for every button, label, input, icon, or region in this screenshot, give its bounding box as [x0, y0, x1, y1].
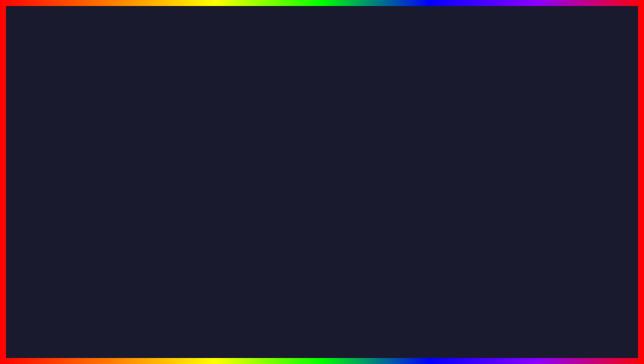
item-auto-farm-boss[interactable]: Auto Farm Boss: [60, 172, 118, 176]
title-r: R: [341, 7, 379, 60]
right-ui-close[interactable]: ✕: [587, 92, 590, 95]
divider6: [118, 199, 177, 199]
char-coat: [307, 164, 337, 194]
item-auto-law-raid[interactable]: Auto Law Raid: [461, 117, 526, 121]
left-ui-title: CFrame Hub — [rd... arp: [61, 92, 99, 95]
bottom-title: AUTO FARM SCRIPT PASTEBIN: [0, 319, 644, 357]
nav-main[interactable]: Main: [59, 96, 71, 101]
svg-point-4: [594, 317, 596, 319]
trial-item-rabbit[interactable]: Auto Complete Rabbit Trial: [495, 180, 587, 188]
trial-item-angel[interactable]: Auto Complete Angel Trial: [495, 171, 587, 180]
item-auto-farm-material[interactable]: Auto Farm Material: [60, 151, 118, 155]
nav-island[interactable]: Island: [84, 96, 98, 101]
item-bring-mob[interactable]: Bring Mob: [118, 152, 177, 156]
divider1: [60, 139, 118, 140]
right-col2: Dungeon Property Select Raid Chip Select…: [526, 103, 590, 147]
chest-body: [335, 218, 362, 238]
item-no-clip[interactable]: No Clip: [118, 143, 177, 147]
item-refresh-boss[interactable]: Refresh Boss: [60, 168, 118, 172]
item-ll-aura[interactable]: ll Aura: [526, 128, 590, 132]
bottom-pastebin-text: PASTEBIN: [412, 325, 529, 352]
item-auto-farm-ken-hop[interactable]: Auto Farm Ken Hop: [60, 121, 118, 126]
logo-text-row: X FRUITS: [567, 330, 617, 344]
item-auto-electric-claw[interactable]: Auto Electric Claw: [60, 214, 118, 218]
item-auto-farm-ken[interactable]: Auto Farm Ken: [60, 117, 118, 121]
trial-item-human[interactable]: Auto Complete Human Trial: [495, 197, 587, 206]
divider5: [118, 174, 177, 174]
moon-check-line2: < Mirage not found. >: [432, 164, 489, 168]
chest-lock: [345, 224, 352, 231]
item-auto-farm-all-boss[interactable]: Auto Farm All Boss: [60, 176, 118, 181]
item-auto-rejoin[interactable]: Auto Rejoin: [118, 169, 177, 173]
right-col1: Auto Dungeon Auto Raid Auto Fully Raid A…: [461, 103, 526, 147]
item-auto-buso[interactable]: Auto Buso: [118, 126, 177, 130]
item-auto-fully-raid[interactable]: Auto Fully Raid: [461, 113, 526, 117]
kill-at-label: Kill At: 25: [60, 134, 118, 139]
select-boss-label: Select Boss: [60, 157, 118, 161]
char-torso: [305, 162, 339, 195]
title-f: F: [308, 7, 341, 60]
moon-check-line3: Twee...: [432, 168, 489, 173]
auto-melee-section-header: Auto Melee: [60, 182, 118, 187]
trial-item-cyborg[interactable]: Auto Complete Cyborg Trial: [495, 188, 587, 197]
right-ui-body: Auto Dungeon Auto Raid Auto Fully Raid A…: [459, 101, 592, 149]
trial-item-ghoul[interactable]: Auto Complete Ghoul Trial: [495, 206, 587, 214]
item-auto-ken[interactable]: Auto Ken: [118, 134, 177, 139]
position-label: Position: [118, 216, 177, 221]
moon-check-popup: < Moon Check : 2/4 | 50% > < Mirage not …: [427, 156, 494, 176]
item-auto-superhuman[interactable]: Auto Superhuman: [60, 188, 118, 192]
title-b: B: [143, 7, 182, 60]
skull-icon: [582, 310, 602, 330]
select-raid-chip-dropdown[interactable]: Select Raid Chip: [526, 113, 590, 118]
bottom-auto-farm-text: AUTO FARM: [115, 319, 313, 357]
select-raid-chip-label: Select Raid Chip: [526, 108, 590, 113]
fast-attack-delay-input[interactable]: [120, 210, 166, 216]
position-y-label: Position Y: 30: [118, 227, 177, 232]
item-auto-skill-v[interactable]: Auto Skill V: [118, 194, 177, 198]
work-on-sea2-value: ✗: [487, 122, 490, 126]
item-auto-buy-chip[interactable]: Auto Buy Chip: [526, 119, 590, 123]
item-auto-set-home[interactable]: Auto Set Home: [118, 139, 177, 143]
raid-property-label: Raid Property: [526, 138, 590, 142]
item-auto-skill-x[interactable]: Auto Skill X: [118, 185, 177, 189]
position-input[interactable]: [120, 221, 166, 227]
auto-trial-lower-label: AUTO-TRIAL: [357, 194, 480, 219]
left-col1: Auto Farm Auto Farm Auto Farm Closest Au…: [60, 103, 118, 232]
item-auto-death-step-hop[interactable]: Auto Death Step Hop: [60, 201, 118, 205]
select-boss-dropdown[interactable]: Select Boss: [60, 162, 118, 167]
select-material-dropdown[interactable]: Select Material: [60, 145, 118, 150]
race-v4-label: RACE V4: [97, 85, 201, 113]
title-u: U: [379, 7, 418, 60]
work-on-sea2-label: Work on sea 2 :: [463, 122, 486, 126]
select-material-label: Select Material: [60, 140, 118, 145]
item-auto-fruit-mastery[interactable]: Auto Fruit Mastery: [60, 130, 118, 134]
logo-x: X: [567, 330, 576, 344]
item-super-fast-attack[interactable]: Super Fast Attack: [118, 147, 177, 152]
item-close-damage-popup[interactable]: Close damage pop up: [118, 165, 177, 169]
item-disable-notifications[interactable]: Disable Notifications: [118, 160, 177, 165]
item-auto-skill-z[interactable]: Auto Skill Z: [118, 181, 177, 185]
item-awaken[interactable]: Awaken: [526, 132, 590, 136]
item-auto-raid[interactable]: Auto Raid: [461, 108, 526, 113]
item-auto-death-step[interactable]: Auto Death Step: [60, 197, 118, 201]
right-divider1: [526, 137, 590, 137]
item-auto-use-awakening[interactable]: Auto Use Awakening: [118, 130, 177, 134]
property-section-header: Property: [118, 120, 177, 125]
divider3: [60, 181, 118, 182]
item-auto-farm-closest[interactable]: Auto Farm Closest: [60, 113, 118, 117]
item-white-screen[interactable]: White Screen: [118, 156, 177, 160]
item-auto-skill-c[interactable]: Auto Skill C: [118, 189, 177, 194]
fast-attack-delay-label: Fast Attack Delay:: [118, 205, 177, 210]
svg-point-3: [589, 317, 591, 319]
sea2-row: sea 2 : ✗: [526, 142, 590, 147]
item-auto-next-island[interactable]: Auto Next Island: [526, 123, 590, 128]
nav-player[interactable]: Player: [71, 96, 84, 101]
bg-glow1: [33, 247, 100, 314]
item-auto-godhuman[interactable]: Auto Godhuman: [60, 192, 118, 197]
item-auto-gun-mastery[interactable]: Auto Gun Mastery: [60, 126, 118, 130]
main-title: B L O X F R U I T S: [0, 7, 644, 60]
item-auto-sharkman-karate-hop[interactable]: Auto Sharkman Karate Hop: [60, 210, 118, 214]
auto-trial-top-label: AUTO TRIAL: [422, 83, 547, 107]
item-auto-sharkman-karate[interactable]: Auto Sharkman Karate: [60, 205, 118, 210]
weapon-type-dropdown[interactable]: Melee: [118, 113, 177, 118]
